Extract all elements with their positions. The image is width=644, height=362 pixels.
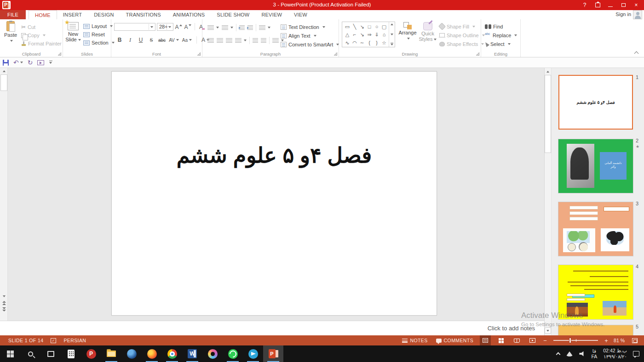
- tab-insert[interactable]: INSERT: [57, 10, 88, 19]
- shape-gallery-icon[interactable]: }: [373, 39, 380, 46]
- telegram-button[interactable]: [243, 345, 263, 362]
- shape-gallery-icon[interactable]: ▭: [344, 23, 351, 31]
- undo-button[interactable]: ↶: [13, 59, 23, 66]
- word-button[interactable]: W: [182, 345, 202, 362]
- speaker-icon[interactable]: [579, 351, 585, 356]
- redo-button[interactable]: ↻: [28, 59, 33, 66]
- scroll-down-button[interactable]: [0, 293, 7, 299]
- font-dialog-launcher[interactable]: [197, 52, 201, 56]
- shape-gallery-icon[interactable]: ☆: [380, 39, 388, 47]
- shape-gallery-icon[interactable]: □: [366, 23, 373, 30]
- convert-to-smartart-button[interactable]: Convert to SmartArt: [281, 41, 339, 48]
- wifi-icon[interactable]: [566, 351, 573, 356]
- help-icon[interactable]: ?: [581, 2, 588, 8]
- comments-toggle-button[interactable]: COMMENTS: [434, 335, 475, 345]
- normal-view-button[interactable]: [480, 335, 491, 345]
- zoom-slider-thumb[interactable]: [569, 338, 571, 343]
- panel-scroll-down-button[interactable]: [545, 328, 551, 334]
- quick-styles-button[interactable]: Quick Styles: [418, 22, 437, 42]
- ribbon-display-options-icon[interactable]: [594, 2, 601, 8]
- shape-gallery-icon[interactable]: ▢: [380, 23, 388, 31]
- whatsapp-button[interactable]: [223, 345, 243, 362]
- shapes-scroll-up[interactable]: [391, 23, 393, 25]
- line-spacing-button[interactable]: [258, 24, 272, 31]
- restore-button[interactable]: [620, 2, 627, 8]
- slide-show-view-button[interactable]: [527, 335, 538, 345]
- right-to-left-button[interactable]: [259, 37, 268, 44]
- align-left-button[interactable]: [206, 37, 215, 44]
- paste-button[interactable]: Paste: [1, 21, 20, 43]
- slide-thumbnail-1[interactable]: فصل ۴و ۵ علوم ششم: [558, 75, 633, 130]
- strikethrough-abc-button[interactable]: abc: [158, 36, 166, 44]
- next-slide-button[interactable]: [0, 306, 7, 312]
- tab-transitions[interactable]: TRANSITIONS: [120, 10, 167, 19]
- notes-toggle-button[interactable]: NOTES: [400, 335, 429, 345]
- bullets-button[interactable]: [206, 24, 220, 31]
- scroll-thumb[interactable]: [0, 74, 7, 91]
- zoom-slider[interactable]: [553, 340, 598, 341]
- shape-outline-button[interactable]: Shape Outline: [439, 32, 485, 39]
- section-button[interactable]: Section: [83, 39, 115, 47]
- task-view-button[interactable]: [40, 345, 61, 362]
- language-switcher[interactable]: فاFA: [591, 348, 597, 359]
- file-explorer-button[interactable]: [101, 345, 121, 362]
- bold-button[interactable]: B: [116, 36, 123, 44]
- tab-home[interactable]: HOME: [29, 10, 57, 19]
- shapes-more-button[interactable]: [391, 44, 393, 45]
- close-button[interactable]: ×: [633, 2, 639, 8]
- start-button[interactable]: [0, 345, 20, 362]
- save-button[interactable]: [3, 60, 9, 66]
- collapse-ribbon-button[interactable]: [634, 51, 639, 55]
- slide-thumbnail-4[interactable]: [558, 265, 633, 319]
- shape-gallery-icon[interactable]: ◠: [351, 39, 358, 47]
- powerpoint-taskbar-button[interactable]: P: [263, 345, 283, 362]
- character-spacing-button[interactable]: AV: [169, 36, 179, 44]
- tab-view[interactable]: VIEW: [288, 10, 313, 19]
- shape-gallery-icon[interactable]: ↘: [358, 23, 366, 31]
- tab-file[interactable]: FILE: [0, 10, 26, 19]
- align-center-button[interactable]: [215, 37, 224, 44]
- justify-button[interactable]: [234, 37, 248, 44]
- tab-review[interactable]: REVIEW: [255, 10, 288, 19]
- clock[interactable]: 02:42 ب.ظ۱۳۹۹/۰۸/۲۰: [603, 348, 627, 360]
- drawing-dialog-launcher[interactable]: [476, 52, 479, 56]
- sign-in-link[interactable]: Sign in: [615, 11, 631, 17]
- panel-scroll-up-button[interactable]: [545, 68, 551, 74]
- notes-pane[interactable]: Click to add notes: [0, 321, 544, 335]
- slide-thumbnail-3[interactable]: [558, 202, 633, 256]
- shapes-scroll-down[interactable]: [391, 34, 393, 35]
- font-size-select[interactable]: 28+: [157, 23, 173, 31]
- decrease-font-size-button[interactable]: A: [184, 23, 191, 31]
- shape-gallery-icon[interactable]: ∼: [358, 39, 366, 47]
- numbering-button[interactable]: [220, 24, 235, 31]
- psiphon-app-button[interactable]: P: [81, 345, 101, 362]
- italic-button[interactable]: I: [126, 36, 134, 44]
- zoom-out-button[interactable]: −: [542, 337, 548, 344]
- shape-gallery-icon[interactable]: ⇒: [366, 31, 373, 39]
- firefox-button[interactable]: [142, 345, 162, 362]
- zoom-in-button[interactable]: +: [604, 337, 609, 344]
- arrange-button[interactable]: Arrange: [397, 22, 418, 41]
- copy-button[interactable]: Copy: [21, 31, 62, 40]
- shape-gallery-icon[interactable]: ╲: [351, 23, 358, 31]
- layout-button[interactable]: Layout: [83, 22, 115, 30]
- shape-gallery-icon[interactable]: {: [366, 39, 373, 46]
- tab-design[interactable]: DESIGN: [88, 10, 120, 19]
- strikethrough-button[interactable]: S: [148, 36, 155, 44]
- calculator-app-button[interactable]: [61, 345, 81, 362]
- new-slide-button[interactable]: ★ New Slide: [64, 22, 82, 42]
- shape-fill-button[interactable]: Shape Fill: [439, 23, 485, 30]
- change-case-button[interactable]: Aa: [182, 36, 192, 44]
- start-from-beginning-button[interactable]: [37, 60, 44, 65]
- underline-button[interactable]: U: [137, 36, 144, 44]
- find-button[interactable]: Find: [485, 23, 517, 30]
- align-text-button[interactable]: Align Text: [281, 32, 339, 39]
- panel-scrollbar[interactable]: [545, 68, 552, 335]
- shape-gallery-icon[interactable]: ⇓: [373, 31, 380, 39]
- replace-button[interactable]: abcReplace: [485, 32, 517, 39]
- slide-canvas[interactable]: فصل ۴و ۵ علوم ششم: [111, 71, 437, 316]
- reset-button[interactable]: Reset: [83, 30, 115, 39]
- chrome-button[interactable]: [162, 345, 182, 362]
- text-direction-button[interactable]: Text Direction: [281, 23, 339, 30]
- increase-indent-button[interactable]: [246, 24, 254, 31]
